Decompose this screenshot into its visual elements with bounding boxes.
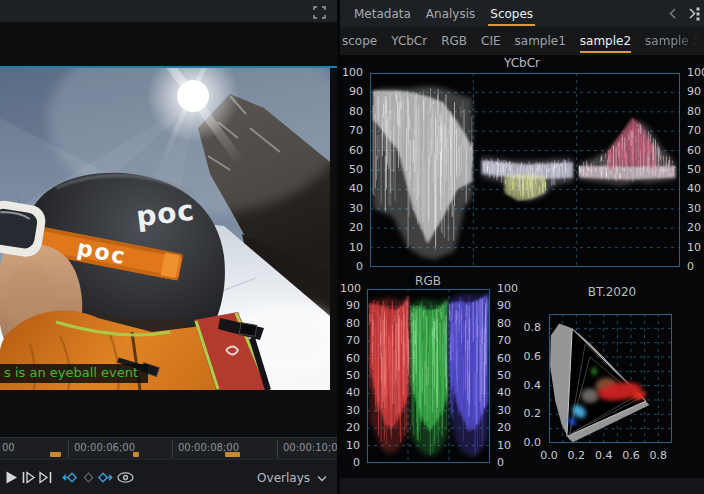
axis-tick-label: 80 [340, 318, 360, 330]
overlays-dropdown[interactable]: Overlays [257, 471, 327, 485]
chart-title: YCbCr [340, 56, 704, 70]
axis-tick-label: 80 [340, 106, 363, 118]
axis-tick-label: 30 [687, 203, 704, 215]
chart-title: BT.2020 [520, 285, 704, 299]
prev-keyframe-icon[interactable] [62, 470, 79, 485]
axis-tick-label: 0.6 [620, 450, 642, 462]
axis-tick-label: 0 [340, 457, 360, 469]
axis-tick-label: 0.0 [520, 437, 541, 449]
chromaticity-chart: BT.2020 0.80.60.40.20.00.00.20.40.60.8 [520, 272, 704, 484]
axis-tick-label: 90 [340, 300, 360, 312]
timeline-ruler[interactable]: 0000:00:06;0000:00:08;0000:00:10;00 [0, 437, 337, 459]
subtab-scope[interactable]: scope [342, 27, 377, 55]
axis-tick-label: 30 [340, 203, 363, 215]
strap-buckle [239, 323, 257, 337]
axis-tick-label: 60 [340, 145, 363, 157]
ruler-tick-separator [68, 440, 69, 458]
timecode-label: 00:00:10;00 [283, 442, 344, 453]
axis-tick-label: 20 [340, 422, 360, 434]
axis-tick-label: 100 [497, 283, 521, 295]
axis-tick-label: 100 [687, 67, 704, 79]
overlays-label: Overlays [257, 471, 310, 485]
tab-analysis[interactable]: Analysis [424, 0, 477, 27]
jump-to-end-icon[interactable] [38, 470, 53, 485]
video-caption: s is an eyeball event [0, 364, 148, 383]
axis-tick-label: 0.8 [647, 450, 669, 462]
subtab-sample-3[interactable]: sample 3 [645, 27, 700, 55]
axis-tick-label: 60 [340, 353, 360, 365]
video-preview[interactable]: poc poc [0, 68, 330, 390]
axis-tick-label: 20 [687, 222, 704, 234]
axis-tick-label: 0.2 [565, 450, 587, 462]
subtab-sample2[interactable]: sample2 [580, 27, 631, 55]
axis-tick-label: 30 [340, 405, 360, 417]
chart-title: RGB [340, 274, 516, 288]
axis-tick-label: 100 [340, 283, 360, 295]
waveform-plot [370, 73, 680, 267]
axis-tick-label: 70 [340, 335, 360, 347]
timeline-marker[interactable] [133, 452, 139, 457]
axis-tick-label: 0.8 [520, 322, 541, 334]
axis-tick-label: 100 [340, 67, 363, 79]
axis-tick-label: 40 [497, 387, 521, 399]
axis-tick-label: 50 [340, 370, 360, 382]
tab-bar: MetadataAnalysisScopes [340, 0, 704, 27]
axis-tick-label: 10 [497, 440, 521, 452]
axis-tick-label: 10 [687, 242, 704, 254]
tab-scopes[interactable]: Scopes [488, 0, 535, 27]
chevron-right-icon[interactable] [688, 7, 697, 20]
visibility-icon[interactable] [116, 470, 135, 485]
axis-tick-label: 50 [687, 164, 704, 176]
subtab-ycbcr[interactable]: YCbCr [391, 27, 427, 55]
axis-tick-label: 90 [340, 86, 363, 98]
viewer-toolbar [0, 0, 337, 22]
axis-tick-label: 60 [497, 353, 521, 365]
axis-tick-label: 0.4 [520, 380, 541, 392]
axis-tick-label: 50 [340, 164, 363, 176]
timeline-marker[interactable] [50, 452, 61, 457]
axis-tick-label: 60 [687, 145, 704, 157]
axis-tick-label: 70 [497, 335, 521, 347]
chevron-left-icon[interactable] [668, 7, 677, 20]
application-window: poc poc [0, 0, 704, 494]
next-keyframe-icon[interactable] [96, 470, 113, 485]
subtab-sample1[interactable]: sample1 [515, 27, 566, 55]
axis-tick-label: 0 [497, 457, 521, 469]
subtab-cie[interactable]: CIE [481, 27, 501, 55]
subtab-rgb[interactable]: RGB [441, 27, 467, 55]
rgb-waveform-chart: RGB 100100909080807070606050504040303020… [340, 272, 516, 484]
axis-tick-label: 0.2 [520, 408, 541, 420]
playback-controls-bar: Overlays [0, 459, 337, 494]
axis-tick-label: 40 [687, 183, 704, 195]
axis-tick-label: 20 [340, 222, 363, 234]
axis-tick-label: 80 [497, 318, 521, 330]
ruler-tick-separator [277, 440, 278, 458]
waveform-plot [367, 289, 490, 463]
chevron-down-icon [317, 475, 327, 482]
axis-tick-label: 50 [497, 370, 521, 382]
axis-tick-label: 90 [687, 86, 704, 98]
ruler-tick-separator [172, 440, 173, 458]
sun-core [177, 80, 209, 112]
chromaticity-plot [549, 314, 672, 443]
subtab-bar: scopeYCbCrRGBCIEsample1sample2sample 3 [340, 27, 704, 55]
axis-tick-label: 0.0 [538, 450, 560, 462]
ycbcr-waveform-chart: YCbCr 1001009090808070706060505040403030… [340, 56, 704, 272]
axis-tick-label: 70 [687, 125, 704, 137]
axis-tick-label: 70 [340, 125, 363, 137]
fullscreen-icon[interactable] [313, 4, 326, 23]
timeline-marker[interactable] [225, 452, 240, 457]
axis-tick-label: 0.6 [520, 351, 541, 363]
keyframe-icon[interactable] [82, 470, 95, 485]
axis-tick-label: 80 [687, 106, 704, 118]
axis-tick-label: 40 [340, 183, 363, 195]
play-icon[interactable] [4, 470, 19, 485]
timecode-label: 00:00:06;00 [74, 442, 135, 453]
axis-tick-label: 10 [340, 242, 363, 254]
axis-tick-label: 10 [340, 440, 360, 452]
axis-tick-label: 0.4 [593, 450, 615, 462]
tab-metadata[interactable]: Metadata [352, 0, 413, 27]
step-forward-icon[interactable] [21, 470, 36, 485]
axis-tick-label: 40 [340, 387, 360, 399]
axis-tick-label: 20 [497, 422, 521, 434]
